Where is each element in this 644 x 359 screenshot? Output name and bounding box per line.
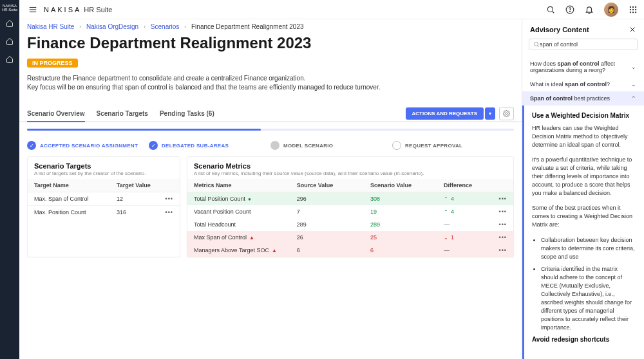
arrow-up-icon: ⌃ <box>444 196 448 202</box>
more-icon[interactable]: ••• <box>495 247 507 253</box>
tab-bar: Scenario Overview Scenario Targets Pendi… <box>19 106 522 122</box>
more-icon[interactable]: ••• <box>495 196 507 202</box>
svg-point-7 <box>630 6 631 7</box>
crumb-1[interactable]: Nakisa OrgDesign <box>86 23 138 30</box>
actions-dropdown-button[interactable]: ▾ <box>485 107 495 120</box>
step-1-label: ACCEPTED SCENARIO ASSIGNMENT <box>40 143 138 149</box>
metrics-col-source: Source Value <box>297 182 370 189</box>
help-icon[interactable] <box>565 5 574 14</box>
chevron-down-icon: ⌄ <box>631 81 636 87</box>
metrics-subtitle: A list of key metrics, including their s… <box>194 170 507 176</box>
page-title: Finance Department Realignment 2023 <box>27 34 514 52</box>
step-2-label: DELEGATED SUB-AREAS <box>162 143 229 149</box>
metrics-row: Max Span of Control ▲2625⌄ 1••• <box>187 231 513 244</box>
svg-line-4 <box>553 11 554 13</box>
advisory-bullet: Collaboration between key decision maker… <box>541 236 636 261</box>
menu-icon[interactable] <box>26 3 40 17</box>
more-icon[interactable]: ••• <box>495 221 507 228</box>
chevron-down-icon: ⌄ <box>631 64 636 70</box>
advisory-title: Advisory Content <box>530 26 589 33</box>
svg-line-20 <box>538 46 539 47</box>
advisory-bullet: Criteria identified in the matrix should… <box>541 265 636 332</box>
svg-point-14 <box>632 11 634 12</box>
advisory-search[interactable] <box>529 39 638 50</box>
advisory-active[interactable]: Span of control best practices ⌃ <box>522 91 644 106</box>
indicator-warn-icon: ▲ <box>272 248 277 253</box>
scenario-targets-card: Scenario Targets A list of targets set b… <box>27 156 180 257</box>
advisory-q2[interactable]: What is ideal span of control? ⌄ <box>522 77 644 91</box>
chevron-right-icon: › <box>144 24 146 30</box>
tab-pending[interactable]: Pending Tasks (6) <box>160 106 214 122</box>
metrics-col-name: Metrics Name <box>194 182 297 189</box>
rail-logo: NAKISAHR Suite <box>2 1 17 14</box>
step-pending-icon <box>270 141 279 150</box>
svg-point-13 <box>630 11 631 12</box>
targets-subtitle: A list of targets set by the creator of … <box>34 170 173 176</box>
close-icon[interactable] <box>629 26 636 33</box>
advisory-search-input[interactable] <box>540 41 633 48</box>
crumb-0[interactable]: Nakisa HR Suite <box>27 23 74 30</box>
chevron-up-icon: ⌃ <box>631 95 636 102</box>
scenario-metrics-card: Scenario Metrics A list of key metrics, … <box>187 156 514 257</box>
progress-bar <box>27 129 514 131</box>
step-empty-icon <box>392 141 401 150</box>
svg-point-8 <box>632 6 634 7</box>
targets-title: Scenario Targets <box>34 162 173 170</box>
metrics-col-scenario: Scenario Value <box>370 182 444 189</box>
tab-targets[interactable]: Scenario Targets <box>97 106 148 122</box>
metrics-col-diff: Difference <box>444 182 495 189</box>
search-icon <box>533 41 540 48</box>
avatar[interactable]: 👩 <box>604 3 618 17</box>
svg-point-19 <box>535 42 538 46</box>
check-icon: ✓ <box>27 141 36 150</box>
rail-home-2-icon[interactable] <box>6 37 14 45</box>
metrics-row: Total Headcount 289289—••• <box>187 218 513 231</box>
metrics-row: Vacant Position Count 719⌃ 4••• <box>187 205 513 218</box>
metrics-title: Scenario Metrics <box>194 162 507 170</box>
advisory-list: Collaboration between key decision maker… <box>532 236 636 333</box>
svg-point-16 <box>506 113 507 115</box>
more-icon[interactable]: ••• <box>162 209 173 216</box>
svg-point-15 <box>635 11 636 12</box>
indicator-up-icon: ● <box>248 196 251 202</box>
targets-col-value: Target Value <box>117 182 162 189</box>
crumb-current: Finance Department Realignment 2023 <box>191 23 304 30</box>
more-icon[interactable]: ••• <box>495 234 507 241</box>
page-description: Restructure the Finance department to co… <box>27 74 514 92</box>
step-4-label: REQUEST APPROVAL <box>405 143 462 149</box>
status-badge: IN PROGRESS <box>27 59 78 68</box>
advisory-section-title: Use a Weighted Decision Matrix <box>532 112 636 119</box>
svg-point-9 <box>635 6 636 7</box>
advisory-panel: Advisory Content How does span of contro… <box>522 19 644 359</box>
actions-requests-button[interactable]: ACTIONS AND REQUESTS <box>406 107 484 120</box>
table-row: Max. Span of Control 12 ••• <box>28 192 180 206</box>
metrics-row: Managers Above Target SOC ▲66—••• <box>187 244 513 257</box>
advisory-section2-title: Avoid redesign shortcuts <box>532 336 636 343</box>
settings-button[interactable] <box>499 107 514 120</box>
crumb-2[interactable]: Scenarios <box>151 23 179 30</box>
brand-suffix: HR Suite <box>84 6 112 14</box>
svg-point-11 <box>632 8 634 10</box>
arrow-up-icon: ⌃ <box>444 209 448 215</box>
advisory-p2: It's a powerful quantitative technique t… <box>532 156 636 198</box>
rail-home-1-icon[interactable] <box>6 19 14 27</box>
targets-col-name: Target Name <box>34 182 117 189</box>
diff-dash: — <box>444 247 450 253</box>
more-icon[interactable]: ••• <box>495 208 507 215</box>
chevron-right-icon: › <box>79 24 81 30</box>
bell-icon[interactable] <box>585 5 594 14</box>
svg-point-10 <box>630 8 631 10</box>
advisory-q1[interactable]: How does span of control affect organiza… <box>522 57 644 77</box>
svg-point-6 <box>570 11 571 12</box>
rail-home-3-icon[interactable] <box>6 55 14 63</box>
more-icon[interactable]: ••• <box>162 196 173 202</box>
metrics-row: Total Position Count ●296308⌃ 4••• <box>187 192 513 205</box>
tab-overview[interactable]: Scenario Overview <box>27 106 85 122</box>
apps-grid-icon[interactable] <box>629 5 638 14</box>
diff-dash: — <box>444 221 450 228</box>
step-3-label: MODEL SCENARIO <box>283 143 333 149</box>
search-icon[interactable] <box>546 5 555 14</box>
indicator-warn-icon: ▲ <box>249 235 254 241</box>
left-rail: NAKISAHR Suite <box>0 0 19 359</box>
breadcrumb: Nakisa HR Suite › Nakisa OrgDesign › Sce… <box>19 19 522 34</box>
